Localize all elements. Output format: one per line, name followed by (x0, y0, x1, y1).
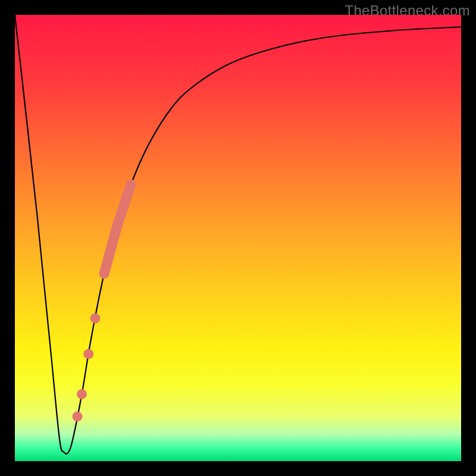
highlight-dot (84, 349, 93, 359)
highlight-dot (90, 314, 100, 323)
curve-layer (15, 15, 461, 461)
highlight-segment (104, 184, 131, 274)
chart-frame: TheBottleneck.com (0, 0, 476, 476)
bottleneck-curve (15, 15, 461, 454)
highlight-dot (77, 390, 87, 399)
plot-area (15, 15, 461, 461)
highlight-dot (73, 412, 82, 421)
